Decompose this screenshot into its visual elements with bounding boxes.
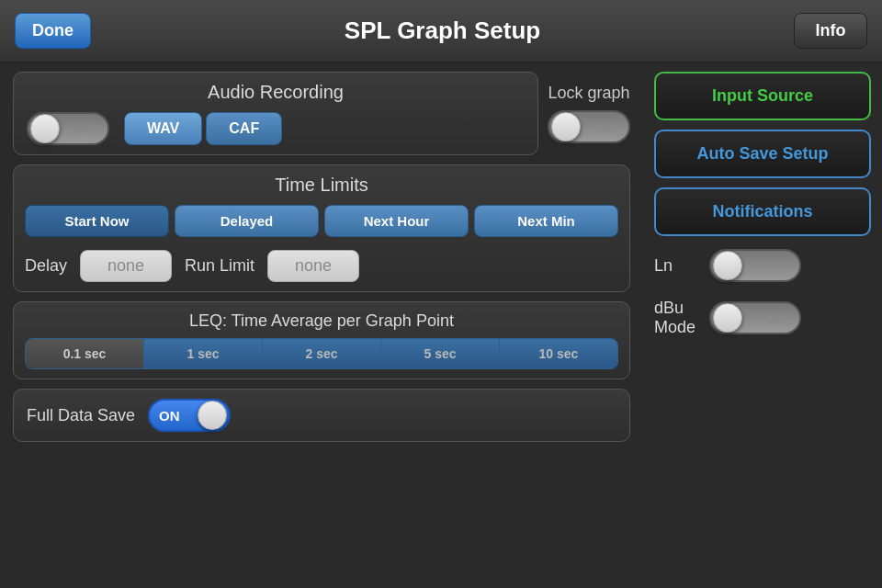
next-min-button[interactable]: Next Min	[474, 205, 618, 237]
leq-0.1sec[interactable]: 0.1 sec	[26, 339, 144, 368]
next-hour-button[interactable]: Next Hour	[324, 205, 469, 237]
lock-graph-toggle[interactable]: OFF	[548, 110, 630, 143]
leq-2sec[interactable]: 2 sec	[263, 339, 381, 368]
dbu-toggle-off-label: OFF	[768, 311, 792, 325]
leq-1sec[interactable]: 1 sec	[144, 339, 263, 368]
ln-toggle-knob	[713, 251, 742, 280]
full-data-toggle[interactable]: ON	[148, 399, 231, 432]
done-button[interactable]: Done	[15, 13, 91, 49]
top-row: Audio Recording OFF WAV CAF Lock grap	[13, 72, 630, 155]
left-panel: Audio Recording OFF WAV CAF Lock grap	[0, 62, 643, 588]
leq-5sec[interactable]: 5 sec	[381, 339, 500, 368]
audio-row: OFF WAV CAF	[27, 112, 525, 145]
header: Done SPL Graph Setup Info	[0, 0, 882, 62]
ln-toggle[interactable]: OFF	[709, 249, 801, 282]
toggle-off-label: OFF	[76, 122, 100, 136]
wav-button[interactable]: WAV	[124, 112, 202, 145]
dbu-toggle-row: dBu Mode OFF	[654, 295, 871, 341]
lock-toggle-off-label: OFF	[597, 120, 621, 134]
notifications-button[interactable]: Notifications	[654, 187, 871, 236]
full-data-section: Full Data Save ON	[13, 389, 630, 442]
ln-toggle-off-label: OFF	[768, 259, 792, 273]
audio-recording-section: Audio Recording OFF WAV CAF	[13, 72, 538, 155]
time-limits-section: Time Limits Start Now Delayed Next Hour …	[13, 164, 630, 292]
dbu-toggle[interactable]: OFF	[709, 301, 801, 334]
format-buttons: WAV CAF	[124, 112, 282, 145]
run-limit-label: Run Limit	[185, 256, 254, 276]
page-title: SPL Graph Setup	[91, 17, 794, 45]
full-data-title: Full Data Save	[27, 406, 135, 425]
delay-input[interactable]	[80, 250, 172, 282]
input-source-button[interactable]: Input Source	[654, 72, 871, 120]
ln-label: Ln	[654, 256, 700, 276]
toggle-on-knob	[198, 401, 227, 430]
leq-section: LEQ: Time Average per Graph Point 0.1 se…	[13, 301, 630, 379]
main-layout: Audio Recording OFF WAV CAF Lock grap	[0, 62, 882, 588]
run-limit-input[interactable]	[267, 250, 359, 282]
time-limits-title: Time Limits	[25, 175, 618, 196]
ln-toggle-row: Ln OFF	[654, 245, 871, 286]
toggle-on-label: ON	[159, 408, 180, 424]
leq-buttons: 0.1 sec 1 sec 2 sec 5 sec 10 sec	[25, 338, 618, 369]
dbu-toggle-knob	[713, 303, 742, 333]
start-now-button[interactable]: Start Now	[25, 205, 169, 237]
delay-label: Delay	[25, 256, 67, 276]
leq-title: LEQ: Time Average per Graph Point	[25, 311, 618, 331]
right-panel: Input Source Auto Save Setup Notificatio…	[643, 62, 882, 588]
dbu-label: dBu Mode	[654, 299, 700, 337]
caf-button[interactable]: CAF	[206, 112, 282, 145]
leq-10sec[interactable]: 10 sec	[500, 339, 617, 368]
delayed-button[interactable]: Delayed	[175, 205, 319, 237]
toggle-knob	[30, 114, 60, 143]
audio-recording-toggle[interactable]: OFF	[27, 112, 109, 145]
auto-save-button[interactable]: Auto Save Setup	[654, 130, 871, 178]
lock-graph-block: Lock graph OFF	[548, 72, 630, 155]
lock-graph-label: Lock graph	[548, 84, 629, 103]
delay-run-row: Delay Run Limit	[25, 250, 618, 282]
time-limit-buttons: Start Now Delayed Next Hour Next Min	[25, 205, 618, 237]
info-button[interactable]: Info	[794, 13, 867, 49]
audio-recording-title: Audio Recording	[27, 82, 525, 103]
lock-toggle-knob	[551, 112, 581, 141]
